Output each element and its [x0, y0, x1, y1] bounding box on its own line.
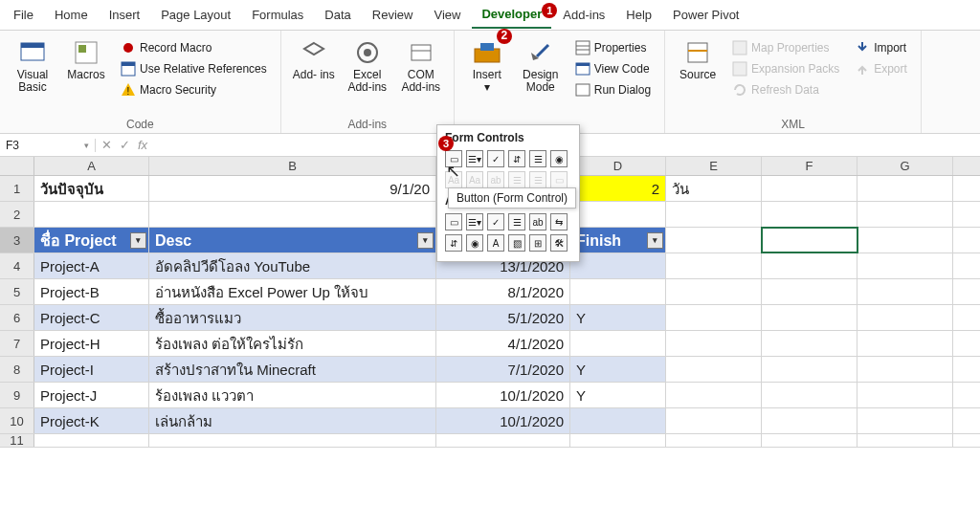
ax-textbox-icon[interactable]: ab — [529, 213, 546, 231]
cell-C11[interactable] — [436, 434, 570, 447]
filter-icon[interactable]: ▾ — [130, 232, 146, 249]
design-mode-button[interactable]: Design Mode — [518, 34, 564, 94]
cell-C6[interactable]: 5/1/2020 — [436, 305, 570, 330]
cell-F9[interactable] — [762, 383, 858, 407]
cell-D8[interactable]: Y — [570, 357, 666, 382]
form-button-icon[interactable]: ▭ — [445, 150, 462, 167]
cell-B8[interactable]: สร้างปราสาทใน Minecraft — [149, 357, 436, 382]
cell-F11[interactable] — [762, 434, 858, 447]
ax-label-icon[interactable]: A — [487, 234, 504, 252]
cell-C10[interactable]: 10/1/2020 — [436, 408, 570, 433]
addins-button[interactable]: Add- ins — [291, 34, 337, 81]
col-header-E[interactable]: E — [666, 157, 762, 175]
cell-A4[interactable]: Project-A — [34, 253, 149, 278]
cell-E3[interactable] — [666, 228, 762, 252]
cell-A8[interactable]: Project-I — [34, 357, 149, 382]
macro-security-button[interactable]: !Macro Security — [117, 80, 271, 99]
cell-F7[interactable] — [762, 331, 858, 356]
row-header[interactable]: 5 — [0, 279, 34, 304]
tab-developer[interactable]: Developer 1 — [472, 1, 551, 29]
row-header[interactable]: 4 — [0, 253, 34, 278]
ax-option-icon[interactable]: ◉ — [466, 234, 483, 252]
col-header-B[interactable]: B — [149, 157, 436, 175]
ax-combo-icon[interactable]: ☰▾ — [466, 213, 483, 231]
cell-E5[interactable] — [666, 279, 762, 304]
cell-F2[interactable] — [762, 202, 858, 227]
cell-D11[interactable] — [570, 434, 666, 447]
cell-D2[interactable] — [570, 202, 666, 227]
insert-controls-button[interactable]: 2 Insert ▾ — [464, 34, 510, 94]
cell-E6[interactable] — [666, 305, 762, 330]
row-header[interactable]: 6 — [0, 305, 34, 330]
cell-A11[interactable] — [34, 434, 149, 447]
cell-A6[interactable]: Project-C — [34, 305, 149, 330]
cancel-icon[interactable]: ✕ — [101, 138, 112, 152]
row-header[interactable]: 2 — [0, 202, 34, 227]
cell-G7[interactable] — [858, 331, 953, 356]
table-header-desc[interactable]: Desc▾ — [149, 228, 436, 252]
ax-image-icon[interactable]: ▧ — [508, 234, 525, 252]
ax-checkbox-icon[interactable]: ✓ — [487, 213, 504, 231]
cell-A9[interactable]: Project-J — [34, 383, 149, 407]
row-header[interactable]: 9 — [0, 383, 34, 407]
select-all-corner[interactable] — [0, 157, 34, 175]
cell-G3[interactable] — [858, 228, 953, 252]
ax-button-icon[interactable]: ▭ — [445, 213, 462, 231]
cell-G1[interactable] — [858, 176, 953, 201]
cell-D4[interactable] — [570, 253, 666, 278]
cell-F6[interactable] — [762, 305, 858, 330]
cell-D6[interactable]: Y — [570, 305, 666, 330]
cell-F10[interactable] — [762, 408, 858, 433]
tab-formulas[interactable]: Formulas — [242, 2, 313, 28]
cell-G9[interactable] — [858, 383, 953, 407]
cell-G8[interactable] — [858, 357, 953, 382]
cell-D5[interactable] — [570, 279, 666, 304]
cell-B7[interactable]: ร้องเพลง ต่อให้ใครไม่รัก — [149, 331, 436, 356]
ax-toggle-icon[interactable]: ⊞ — [529, 234, 546, 252]
cell-C7[interactable]: 4/1/2020 — [436, 331, 570, 356]
cell-G6[interactable] — [858, 305, 953, 330]
filter-icon[interactable]: ▾ — [417, 232, 434, 249]
table-header-name[interactable]: ชื่อ Project▾ — [34, 228, 149, 252]
cell-E4[interactable] — [666, 253, 762, 278]
tab-help[interactable]: Help — [616, 2, 661, 28]
cell-F3-selected[interactable] — [762, 228, 858, 252]
com-addins-button[interactable]: COM Add-ins — [398, 34, 444, 94]
ax-scrollbar-icon[interactable]: ⇆ — [550, 213, 568, 231]
row-header[interactable]: 7 — [0, 331, 34, 356]
cell-E2[interactable] — [666, 202, 762, 227]
cell-G10[interactable] — [858, 408, 953, 433]
row-header[interactable]: 1 — [0, 176, 34, 201]
record-macro-button[interactable]: Record Macro — [117, 38, 271, 57]
cell-E9[interactable] — [666, 383, 762, 407]
form-option-icon[interactable]: ◉ — [550, 150, 568, 167]
col-header-A[interactable]: A — [34, 157, 149, 175]
visual-basic-button[interactable]: Visual Basic — [10, 34, 56, 94]
cell-A10[interactable]: Project-K — [34, 408, 149, 433]
cell-E10[interactable] — [666, 408, 762, 433]
cell-F4[interactable] — [762, 253, 858, 278]
cell-D1[interactable]: 2 — [570, 176, 666, 201]
cell-G2[interactable] — [858, 202, 953, 227]
cell-B9[interactable]: ร้องเพลง แววตา — [149, 383, 436, 407]
col-header-D[interactable]: D — [570, 157, 666, 175]
fx-icon[interactable]: fx — [138, 138, 147, 152]
table-header-finish[interactable]: Finish▾ — [570, 228, 666, 252]
tab-home[interactable]: Home — [45, 2, 98, 28]
cell-C8[interactable]: 7/1/2020 — [436, 357, 570, 382]
tab-data[interactable]: Data — [315, 2, 360, 28]
tab-view[interactable]: View — [424, 2, 470, 28]
cell-F5[interactable] — [762, 279, 858, 304]
cell-C5[interactable]: 8/1/2020 — [436, 279, 570, 304]
tab-power-pivot[interactable]: Power Pivot — [663, 2, 748, 28]
form-spinner-icon[interactable]: ⇵ — [508, 150, 525, 167]
cell-G5[interactable] — [858, 279, 953, 304]
form-combo-icon[interactable]: ☰▾ — [466, 150, 483, 167]
macros-button[interactable]: Macros — [63, 34, 109, 81]
row-header[interactable]: 3 — [0, 228, 34, 252]
tab-insert[interactable]: Insert — [100, 2, 150, 28]
accept-icon[interactable]: ✓ — [120, 138, 130, 152]
source-button[interactable]: Source — [675, 34, 721, 81]
properties-button[interactable]: Properties — [571, 38, 655, 57]
ax-more-icon[interactable]: 🛠 — [550, 234, 568, 252]
